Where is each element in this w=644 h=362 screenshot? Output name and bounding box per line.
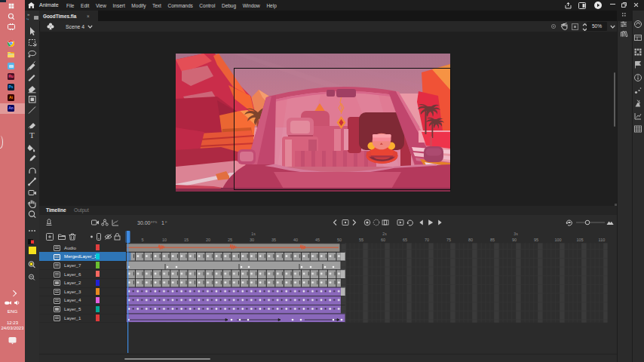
svg-text:30.00: 30.00 bbox=[137, 220, 151, 225]
svg-text:3s: 3s bbox=[514, 232, 518, 236]
svg-text:25: 25 bbox=[228, 238, 232, 242]
svg-text:15: 15 bbox=[184, 238, 189, 242]
svg-text:20: 20 bbox=[206, 238, 210, 242]
svg-text:T: T bbox=[29, 130, 35, 140]
svg-text:110: 110 bbox=[599, 238, 606, 242]
svg-text:50: 50 bbox=[337, 238, 342, 242]
svg-text:55: 55 bbox=[359, 238, 363, 242]
svg-text:95: 95 bbox=[534, 238, 538, 242]
svg-text:5: 5 bbox=[141, 238, 143, 242]
svg-text:FPS: FPS bbox=[151, 220, 158, 224]
svg-text:65: 65 bbox=[403, 238, 407, 242]
svg-text:60: 60 bbox=[381, 238, 385, 242]
svg-text:100: 100 bbox=[554, 238, 561, 242]
svg-text:105: 105 bbox=[576, 238, 583, 242]
svg-text:80: 80 bbox=[468, 238, 473, 242]
svg-text:35: 35 bbox=[271, 238, 276, 242]
svg-text:2s: 2s bbox=[382, 232, 387, 236]
svg-text:45: 45 bbox=[315, 238, 320, 242]
svg-text:1s: 1s bbox=[251, 232, 256, 236]
svg-text:90: 90 bbox=[512, 238, 517, 242]
svg-text:70: 70 bbox=[425, 238, 429, 242]
svg-text:10: 10 bbox=[162, 238, 167, 242]
svg-text:1: 1 bbox=[161, 220, 164, 225]
svg-text:75: 75 bbox=[446, 238, 451, 242]
svg-text:F: F bbox=[165, 220, 167, 224]
svg-text:30: 30 bbox=[250, 238, 254, 242]
svg-text:85: 85 bbox=[490, 238, 495, 242]
svg-text:40: 40 bbox=[293, 238, 298, 242]
